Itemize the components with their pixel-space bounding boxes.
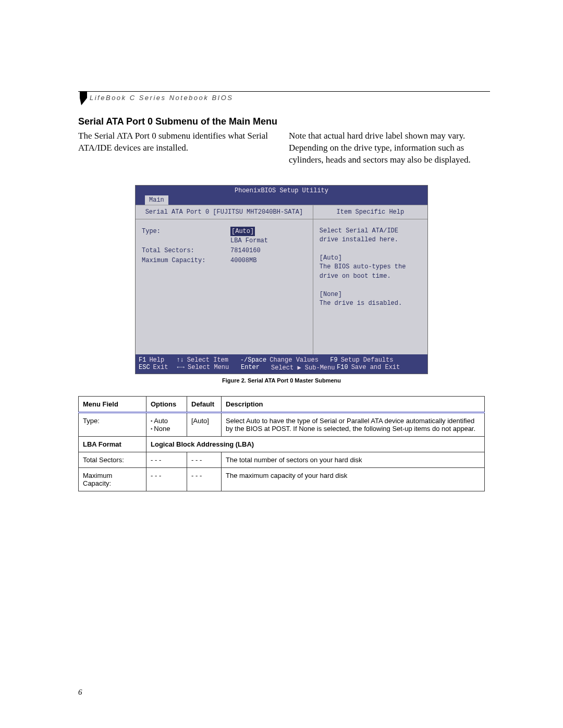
cell-desc: Logical Block Addressing (LBA) bbox=[146, 436, 485, 452]
intro-col-right: Note that actual hard drive label shown … bbox=[289, 130, 485, 166]
cell-options: - - - bbox=[146, 467, 187, 491]
bios-key-f10: F10 bbox=[337, 364, 348, 372]
page-number: 6 bbox=[78, 688, 82, 697]
cell-default: - - - bbox=[187, 467, 222, 491]
bios-key-f10-label: Save and Exit bbox=[351, 364, 400, 372]
intro-col-left: The Serial ATA Port 0 submenu identifies… bbox=[78, 130, 274, 166]
figure-caption: Figure 2. Serial ATA Port 0 Master Subme… bbox=[135, 377, 428, 384]
cell-options: Auto None bbox=[146, 412, 187, 436]
bios-field-sectors-value: 78140160 bbox=[230, 246, 261, 256]
bios-footer: F1 Help ↑↓ Select Item -/Space Change Va… bbox=[136, 354, 427, 374]
header-rule bbox=[78, 91, 490, 92]
bios-key-f9: F9 bbox=[330, 356, 337, 364]
bios-field-lba-value: LBA Format bbox=[230, 236, 268, 246]
bios-key-leftright: ←→ bbox=[177, 364, 185, 372]
th-description: Description bbox=[222, 396, 485, 412]
bios-field-sectors-label: Total Sectors: bbox=[142, 246, 230, 256]
running-header: LifeBook C Series Notebook BIOS bbox=[90, 94, 234, 102]
th-menu-field: Menu Field bbox=[79, 396, 146, 412]
bios-field-lba-label bbox=[142, 236, 230, 246]
bios-tab-bar: Main bbox=[136, 195, 427, 205]
bios-field-type-label: Type: bbox=[142, 227, 230, 237]
bios-key-f9-label: Setup Defaults bbox=[341, 356, 394, 364]
bios-key-leftright-label: Select Menu bbox=[188, 364, 238, 372]
option-item: Auto bbox=[151, 417, 182, 425]
header-tick-icon bbox=[80, 92, 87, 105]
intro-columns: The Serial ATA Port 0 submenu identifies… bbox=[78, 130, 485, 166]
bios-key-space: -/Space bbox=[240, 356, 266, 364]
th-default: Default bbox=[187, 396, 222, 412]
bios-field-capacity-label: Maximum Capacity: bbox=[142, 256, 230, 266]
bios-key-updown-label: Select Item bbox=[187, 356, 237, 364]
cell-field: Type: bbox=[79, 412, 146, 436]
bios-key-enter: Enter bbox=[241, 364, 268, 372]
bios-key-esc: ESC bbox=[139, 364, 150, 372]
table-row: LBA Format Logical Block Addressing (LBA… bbox=[79, 436, 485, 452]
bios-app-title: PhoenixBIOS Setup Utility bbox=[136, 186, 427, 195]
bios-field-capacity-value: 40008MB bbox=[230, 256, 256, 266]
table-row: Maximum Capacity: - - - - - - The maximu… bbox=[79, 467, 485, 491]
svg-marker-0 bbox=[80, 92, 87, 105]
bios-fields: Type: [Auto] LBA Format Total Sectors: 7… bbox=[136, 219, 313, 273]
cell-desc: Select Auto to have the type of Serial o… bbox=[222, 412, 485, 436]
bios-tab-main[interactable]: Main bbox=[145, 195, 168, 205]
bios-key-updown: ↑↓ bbox=[176, 356, 183, 364]
cell-desc: The total number of sectors on your hard… bbox=[222, 452, 485, 467]
bios-help-title: Item Specific Help bbox=[313, 205, 427, 219]
option-item: None bbox=[151, 425, 182, 433]
bios-key-f1-label: Help bbox=[149, 356, 173, 364]
description-table: Menu Field Options Default Description T… bbox=[78, 396, 485, 491]
cell-field: Maximum Capacity: bbox=[79, 467, 146, 491]
table-row: Type: Auto None [Auto] Select Auto to ha… bbox=[79, 412, 485, 436]
bios-key-f1: F1 bbox=[139, 356, 146, 364]
cell-field: LBA Format bbox=[79, 436, 146, 452]
bios-help-text: Select Serial ATA/IDE drive installed he… bbox=[313, 219, 427, 314]
bios-field-type-value[interactable]: [Auto] bbox=[230, 227, 255, 237]
cell-options: - - - bbox=[146, 452, 187, 467]
bios-left-title: Serial ATA Port 0 [FUJITSU MHT2040BH-SAT… bbox=[136, 205, 313, 219]
th-options: Options bbox=[146, 396, 187, 412]
cell-default: [Auto] bbox=[187, 412, 222, 436]
cell-default: - - - bbox=[187, 452, 222, 467]
table-row: Total Sectors: - - - - - - The total num… bbox=[79, 452, 485, 467]
bios-screenshot: PhoenixBIOS Setup Utility Main Serial AT… bbox=[135, 185, 428, 384]
table-header-row: Menu Field Options Default Description bbox=[79, 396, 485, 412]
bios-key-space-label: Change Values bbox=[270, 356, 327, 364]
cell-field: Total Sectors: bbox=[79, 452, 146, 467]
bios-key-esc-label: Exit bbox=[153, 364, 174, 372]
section-title: Serial ATA Port 0 Submenu of the Main Me… bbox=[78, 116, 485, 127]
cell-desc: The maximum capacity of your hard disk bbox=[222, 467, 485, 491]
bios-key-enter-label: Select ▶ Sub-Menu bbox=[271, 364, 334, 372]
